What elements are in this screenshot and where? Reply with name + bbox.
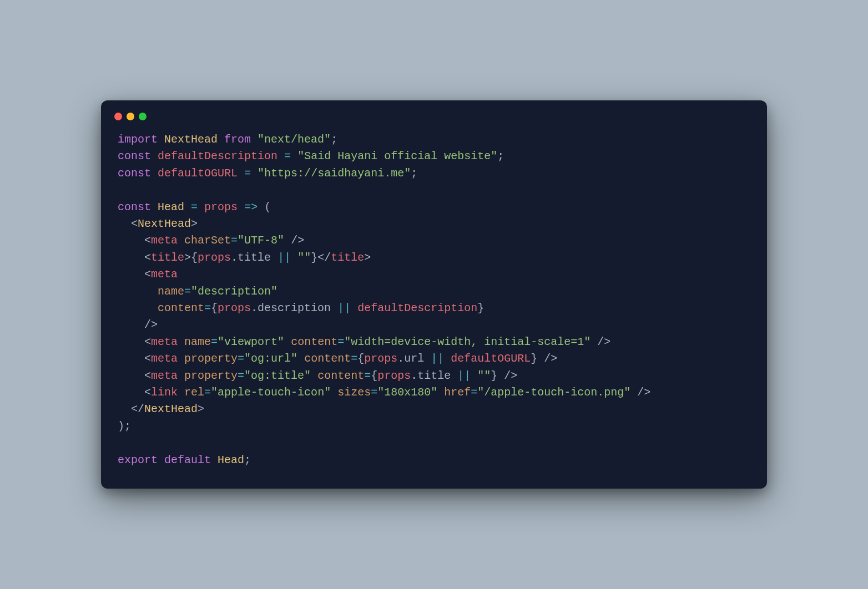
tag-close: > [191, 217, 198, 230]
var-defaultOGURL: defaultOGURL [158, 167, 238, 180]
attr-href: href [444, 386, 471, 399]
attr-property: property [184, 369, 238, 382]
tag-selfclose: /> [144, 318, 158, 331]
attr-sizes: sizes [337, 386, 371, 399]
var-defaultDescription: defaultDescription [158, 150, 277, 163]
dot: . [411, 369, 417, 382]
tag-open: < [144, 234, 151, 247]
semi: ; [244, 454, 251, 466]
kw-export: export [118, 454, 158, 466]
prop-title: title [238, 251, 271, 264]
props: props [218, 302, 251, 314]
tag-open: < [144, 386, 151, 399]
dot: . [231, 251, 238, 264]
tag-selfclose: /> [291, 234, 304, 247]
var-defaultDescription: defaultDescription [357, 302, 477, 314]
ident-NextHead: NextHead [164, 133, 218, 146]
jsx-NextHead: NextHead [144, 403, 198, 415]
tag-open: < [144, 336, 151, 348]
paren-open: ( [264, 201, 271, 214]
op-arrow: => [244, 201, 258, 214]
tag-meta: meta [151, 336, 178, 348]
dot: . [397, 352, 404, 365]
semi: ; [411, 167, 417, 180]
props: props [364, 352, 397, 365]
paren-close: ) [118, 420, 124, 433]
str-180x180: "180x180" [377, 386, 437, 399]
brace-close: } [491, 369, 497, 382]
tag-close-open: </ [131, 403, 144, 415]
semi: ; [497, 150, 504, 163]
tag-selfclose: /> [637, 386, 650, 399]
tag-selfclose: /> [597, 336, 610, 348]
kw-from: from [224, 133, 251, 146]
str-apple-touch-icon: "apple-touch-icon" [211, 386, 331, 399]
tag-selfclose: /> [504, 369, 517, 382]
tag-meta: meta [151, 234, 178, 247]
brace-open: { [371, 369, 377, 382]
ident-Head: Head [218, 454, 244, 466]
str-empty: "" [297, 251, 311, 264]
str-next-head: "next/head" [258, 133, 331, 146]
attr-content: content [304, 352, 351, 365]
kw-default: default [164, 454, 211, 466]
window-titlebar [114, 110, 754, 131]
attr-name: name [158, 285, 184, 298]
op-eq: = [364, 369, 371, 382]
attr-content: content [317, 369, 364, 382]
attr-rel: rel [184, 386, 204, 399]
minimize-icon[interactable] [127, 113, 134, 120]
op-eq: = [204, 386, 211, 399]
attr-content: content [291, 336, 337, 348]
str-apple-touch-png: "/apple-touch-icon.png" [477, 386, 630, 399]
semi: ; [331, 133, 337, 146]
prop-url: url [404, 352, 424, 365]
close-icon[interactable] [114, 113, 122, 120]
str-viewport-val: "width=device-width, initial-scale=1" [344, 336, 591, 348]
op-eq: = [191, 201, 198, 214]
str-empty: "" [477, 369, 491, 382]
ident-Head: Head [158, 201, 184, 214]
str-ogurl: "og:url" [244, 352, 297, 365]
brace-close: } [477, 302, 484, 314]
brace-close: } [311, 251, 317, 264]
prop-title: title [417, 369, 451, 382]
dot: . [251, 302, 258, 314]
str-utf8: "UTF-8" [238, 234, 284, 247]
op-or: || [457, 369, 471, 382]
op-eq: = [184, 285, 191, 298]
brace-open: { [211, 302, 218, 314]
kw-const: const [118, 167, 151, 180]
tag-meta: meta [151, 352, 178, 365]
maximize-icon[interactable] [139, 113, 147, 120]
brace-open: { [191, 251, 198, 264]
tag-close-open: </ [317, 251, 331, 264]
op-eq: = [204, 302, 211, 314]
op-eq: = [238, 352, 244, 365]
op-eq: = [471, 386, 477, 399]
attr-content: content [158, 302, 204, 314]
str-ogurl: "https://saidhayani.me" [258, 167, 411, 180]
str-description: "description" [191, 285, 277, 298]
tag-close: > [364, 251, 371, 264]
op-eq: = [211, 336, 218, 348]
var-defaultOGURL: defaultOGURL [451, 352, 531, 365]
tag-open: < [144, 369, 151, 382]
op-eq: = [371, 386, 377, 399]
tag-meta: meta [151, 369, 178, 382]
attr-charSet: charSet [184, 234, 231, 247]
str-viewport: "viewport" [218, 336, 284, 348]
tag-title: title [151, 251, 184, 264]
tag-meta: meta [151, 268, 178, 281]
attr-name: name [184, 336, 211, 348]
op-or: || [277, 251, 291, 264]
attr-property: property [184, 352, 238, 365]
code-block: import NextHead from "next/head"; const … [114, 131, 754, 469]
str-desc: "Said Hayani official website" [297, 150, 497, 163]
tag-close: > [184, 251, 191, 264]
op-or: || [431, 352, 444, 365]
tag-open: < [144, 251, 151, 264]
op-eq: = [284, 150, 291, 163]
props: props [198, 251, 231, 264]
kw-const: const [118, 201, 151, 214]
